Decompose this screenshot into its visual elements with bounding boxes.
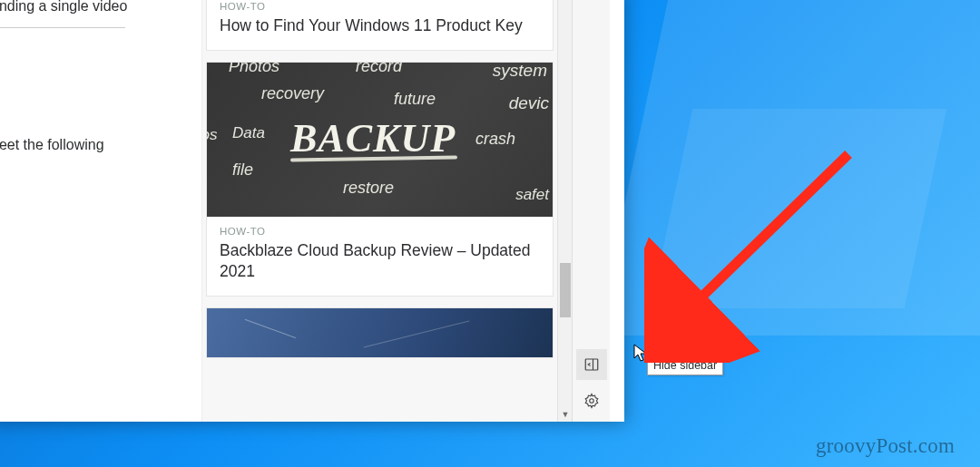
watermark-text: groovyPost.com [816, 434, 955, 458]
chalk-main-word: BACKUP [290, 115, 456, 161]
chalk-word: Data [232, 124, 265, 142]
article-text-line: neet the following [0, 137, 196, 153]
browser-window: ending a single video neet the following… [0, 0, 624, 422]
article-text-line: ending a single video [0, 0, 196, 15]
article-content-fragment: ending a single video neet the following [0, 0, 201, 422]
edge-sidebar-rail [572, 0, 610, 422]
card-title[interactable]: Backblaze Cloud Backup Review – Updated … [220, 240, 540, 283]
feed-card[interactable]: HOW-TO How to Find Your Windows 11 Produ… [206, 0, 554, 51]
chalk-word: system [493, 63, 547, 81]
svg-point-2 [589, 399, 593, 404]
chalk-word: future [394, 90, 436, 109]
card-thumbnail-partial[interactable] [206, 307, 554, 358]
chalk-word: crash [475, 130, 515, 149]
card-title[interactable]: How to Find Your Windows 11 Product Key [220, 15, 540, 37]
chalk-word: recovery [261, 84, 324, 103]
chalk-word: restore [343, 179, 394, 198]
chalk-word: eos [207, 126, 217, 144]
card-thumbnail: Photos record system recovery future dev… [207, 63, 553, 217]
feed-card[interactable]: Photos record system recovery future dev… [206, 62, 554, 297]
scrollbar-down-arrow-icon[interactable]: ▼ [558, 407, 573, 422]
card-category: HOW-TO [220, 226, 540, 237]
gear-icon [583, 393, 600, 409]
feed-scrollbar-track[interactable]: ▼ [557, 0, 572, 422]
panel-collapse-icon [583, 356, 600, 373]
hide-sidebar-button[interactable] [576, 349, 607, 380]
chalk-word: record [356, 63, 402, 76]
tooltip: Hide sidebar [647, 355, 723, 375]
chalk-word: Photos [229, 63, 279, 76]
card-category: HOW-TO [220, 1, 540, 12]
chalk-word: safet [515, 186, 549, 204]
sidebar-feed[interactable]: HOW-TO How to Find Your Windows 11 Produ… [201, 0, 557, 422]
chalk-word: file [232, 161, 253, 180]
chalk-word: devic [509, 93, 549, 113]
feed-scrollbar-thumb[interactable] [560, 263, 571, 317]
settings-button[interactable] [576, 385, 607, 416]
